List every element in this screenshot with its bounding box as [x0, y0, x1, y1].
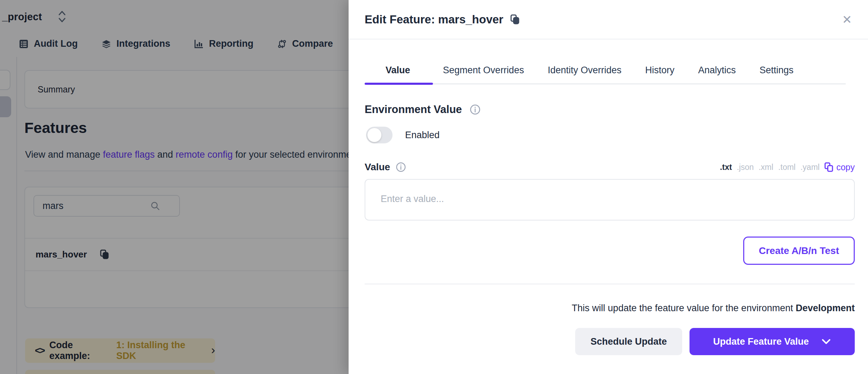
close-icon[interactable]: ✕ — [842, 14, 852, 25]
info-icon[interactable] — [470, 104, 481, 115]
schedule-update-button[interactable]: Schedule Update — [575, 328, 682, 355]
environment-value-heading: Environment Value — [365, 103, 462, 116]
tab-analytics[interactable]: Analytics — [686, 65, 748, 83]
copy-label: copy — [836, 162, 855, 172]
format-yaml[interactable]: .yaml — [800, 163, 820, 172]
update-feature-value-button[interactable]: Update Feature Value — [690, 328, 855, 355]
footer-buttons: Schedule Update Update Feature Value — [575, 328, 855, 355]
value-input[interactable] — [365, 179, 855, 220]
tab-value[interactable]: Value — [365, 65, 431, 83]
create-abn-test-button[interactable]: Create A/B/n Test — [743, 237, 855, 265]
tab-history[interactable]: History — [633, 65, 686, 83]
copy-icon[interactable] — [510, 14, 520, 25]
format-toml[interactable]: .toml — [778, 163, 795, 172]
footer-notice: This will update the feature value for t… — [572, 303, 855, 314]
enabled-toggle[interactable] — [366, 127, 393, 143]
format-txt[interactable]: .txt — [720, 163, 732, 172]
toggle-knob — [367, 128, 381, 142]
enabled-toggle-row: Enabled — [366, 127, 440, 143]
tab-identity-overrides[interactable]: Identity Overrides — [536, 65, 633, 83]
value-format-selector: .txt .json .xml .toml .yaml copy — [720, 162, 855, 172]
edit-feature-drawer: Edit Feature: mars_hover ✕ Value Segment… — [349, 0, 868, 374]
value-label: Value — [365, 162, 390, 173]
value-label-row: Value .txt .json .xml .toml .yaml copy — [365, 160, 855, 174]
chevron-down-icon — [821, 338, 831, 345]
drawer-title: Edit Feature: mars_hover — [365, 13, 503, 26]
tab-segment-overrides[interactable]: Segment Overrides — [431, 65, 536, 83]
drawer-header: Edit Feature: mars_hover ✕ — [349, 0, 868, 39]
info-icon[interactable] — [396, 162, 406, 172]
active-tab-underline — [365, 83, 433, 85]
copy-icon — [824, 162, 833, 172]
environment-value-section: Environment Value — [365, 103, 481, 116]
footer-divider — [365, 284, 855, 284]
copy-value-link[interactable]: copy — [824, 162, 855, 172]
drawer-tabs: Value Segment Overrides Identity Overrid… — [365, 65, 846, 84]
toggle-label: Enabled — [405, 130, 440, 141]
tab-settings[interactable]: Settings — [748, 65, 806, 83]
notice-text: This will update the feature value for t… — [572, 303, 795, 313]
format-json[interactable]: .json — [737, 163, 754, 172]
update-button-label: Update Feature Value — [713, 336, 809, 347]
format-xml[interactable]: .xml — [759, 163, 773, 172]
environment-name: Development — [795, 303, 855, 313]
